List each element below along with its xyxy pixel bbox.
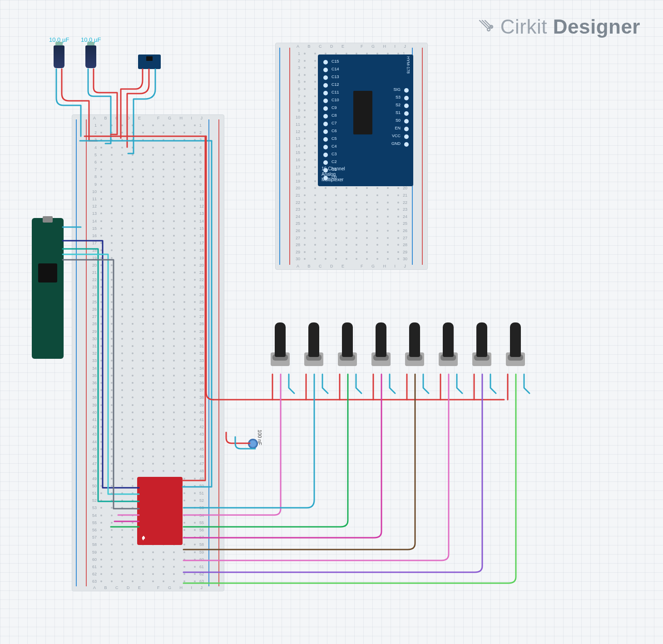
breadboard-row-15[interactable]: 1515: [90, 226, 206, 231]
pot-knob-icon[interactable]: [443, 322, 454, 357]
mux16-pin-c4[interactable]: C4: [332, 144, 339, 152]
breadboard-row-23[interactable]: 2323: [294, 207, 409, 212]
breadboard-row-30[interactable]: 3030: [294, 257, 409, 261]
potentiometer-4[interactable]: [371, 322, 391, 372]
mux16-pin-c5[interactable]: C5: [332, 136, 339, 144]
mux16-pin-s1[interactable]: S1: [391, 110, 401, 118]
breadboard-row-1[interactable]: 11: [90, 123, 206, 128]
breadboard-row-28[interactable]: 2828: [294, 243, 409, 247]
breadboard-row-18[interactable]: 1818: [90, 248, 206, 253]
potentiometer-3[interactable]: [338, 322, 357, 372]
breadboard-row-4[interactable]: 44: [90, 145, 206, 150]
breadboard-row-11[interactable]: 1111: [90, 197, 206, 201]
breadboard-row-23[interactable]: 2323: [90, 285, 206, 289]
mux16-pin-gnd[interactable]: GND: [391, 141, 401, 149]
breadboard-row-39[interactable]: 3939: [90, 403, 206, 407]
mux16-pin-c6[interactable]: C6: [332, 129, 339, 136]
mux16-pin-s0[interactable]: S0: [391, 118, 401, 126]
breadboard-row-24[interactable]: 2424: [294, 214, 409, 219]
breadboard-row-24[interactable]: 2424: [90, 292, 206, 297]
breadboard-row-46[interactable]: 4646: [90, 454, 206, 459]
breadboard-row-44[interactable]: 4444: [90, 440, 206, 444]
breadboard-row-61[interactable]: 6161: [90, 565, 206, 569]
pot-knob-icon[interactable]: [409, 322, 420, 357]
capacitor-ceramic[interactable]: [248, 439, 258, 449]
breadboard-row-41[interactable]: 4141: [90, 417, 206, 422]
breadboard-row-20[interactable]: 2020: [294, 186, 409, 190]
breadboard-row-29[interactable]: 2929: [90, 329, 206, 334]
pot-knob-icon[interactable]: [308, 322, 319, 357]
mux16-pin-c10[interactable]: C10: [332, 98, 339, 105]
breadboard-row-62[interactable]: 6262: [90, 572, 206, 576]
breadboard-row-29[interactable]: 2929: [294, 250, 409, 254]
mux16-pin-c11[interactable]: C11: [332, 90, 339, 98]
breadboard-row-35[interactable]: 3535: [90, 373, 206, 378]
breadboard-row-21[interactable]: 2121: [90, 270, 206, 275]
breadboard-row-7[interactable]: 77: [90, 167, 206, 172]
breadboard-row-45[interactable]: 4545: [90, 447, 206, 451]
breadboard-row-59[interactable]: 5959: [90, 550, 206, 555]
breadboard-row-34[interactable]: 3434: [90, 366, 206, 371]
breadboard-row-40[interactable]: 4040: [90, 410, 206, 415]
potentiometer-5[interactable]: [405, 322, 424, 372]
breadboard-row-22[interactable]: 2222: [90, 277, 206, 282]
mux16-pin-c8[interactable]: C8: [332, 113, 339, 121]
breadboard-row-37[interactable]: 3737: [90, 388, 206, 392]
breadboard-row-20[interactable]: 2020: [90, 263, 206, 268]
capacitor-electrolytic-1[interactable]: [54, 45, 64, 68]
mux16-pin-en[interactable]: EN: [391, 126, 401, 134]
breadboard-row-48[interactable]: 4848: [90, 469, 206, 473]
mux16-pin-vcc[interactable]: VCC: [391, 134, 401, 141]
potentiometer-6[interactable]: [439, 322, 458, 372]
breadboard-row-13[interactable]: 1313: [90, 211, 206, 216]
potentiometer-2[interactable]: [304, 322, 323, 372]
breadboard-row-17[interactable]: 1717: [90, 241, 206, 245]
breadboard-row-26[interactable]: 2626: [294, 228, 409, 233]
breadboard-row-25[interactable]: 2525: [294, 221, 409, 226]
sparkfun-mux-8ch[interactable]: [137, 477, 183, 545]
breadboard-row-30[interactable]: 3030: [90, 337, 206, 341]
breadboard-row-26[interactable]: 2626: [90, 307, 206, 312]
breadboard-row-60[interactable]: 6060: [90, 557, 206, 562]
breadboard-row-8[interactable]: 88: [90, 174, 206, 179]
breadboard-row-16[interactable]: 1616: [90, 233, 206, 238]
pot-knob-icon[interactable]: [376, 322, 386, 357]
mux16-pin-s2[interactable]: S2: [391, 103, 401, 110]
potentiometer-8[interactable]: [506, 322, 525, 372]
breadboard-row-9[interactable]: 99: [90, 182, 206, 187]
mux16-pin-c12[interactable]: C12: [332, 82, 339, 90]
breadboard-row-31[interactable]: 3131: [90, 344, 206, 348]
breadboard-row-43[interactable]: 4343: [90, 432, 206, 436]
mux16-pin-c9[interactable]: C9: [332, 105, 339, 113]
breadboard-row-33[interactable]: 3333: [90, 358, 206, 363]
potentiometer-1[interactable]: [271, 322, 290, 372]
breadboard-row-5[interactable]: 55: [90, 153, 206, 157]
mux16-pin-c14[interactable]: C14: [332, 67, 339, 74]
breadboard-row-27[interactable]: 2727: [294, 236, 409, 240]
breadboard-row-28[interactable]: 2828: [90, 322, 206, 326]
mux16-pin-c7[interactable]: C7: [332, 121, 339, 129]
potentiometer-7[interactable]: [472, 322, 491, 372]
breadboard-row-10[interactable]: 1010: [90, 189, 206, 194]
breadboard-row-14[interactable]: 1414: [90, 219, 206, 223]
breadboard-row-32[interactable]: 3232: [90, 351, 206, 356]
voltage-regulator[interactable]: [138, 54, 161, 69]
mux16-pin-sig[interactable]: SIG: [391, 87, 401, 95]
mux16-pin-c13[interactable]: C13: [332, 74, 339, 82]
breadboard-row-22[interactable]: 2222: [294, 200, 409, 205]
pot-knob-icon[interactable]: [275, 322, 286, 357]
pot-knob-icon[interactable]: [510, 322, 521, 357]
breadboard-row-36[interactable]: 3636: [90, 381, 206, 385]
pot-knob-icon[interactable]: [342, 322, 353, 357]
breadboard-row-21[interactable]: 2121: [294, 193, 409, 198]
breadboard-row-2[interactable]: 22: [90, 130, 206, 135]
mux16-pin-c15[interactable]: C15: [332, 59, 339, 67]
breadboard-row-6[interactable]: 66: [90, 160, 206, 164]
breadboard-row-12[interactable]: 1212: [90, 204, 206, 208]
breadboard-row-38[interactable]: 3838: [90, 395, 206, 400]
mux16-pin-s3[interactable]: S3: [391, 95, 401, 103]
breadboard-row-19[interactable]: 1919: [90, 256, 206, 260]
mux16-pin-c3[interactable]: C3: [332, 152, 339, 159]
breadboard-row-3[interactable]: 33: [90, 138, 206, 142]
teensy-board[interactable]: [32, 218, 64, 359]
